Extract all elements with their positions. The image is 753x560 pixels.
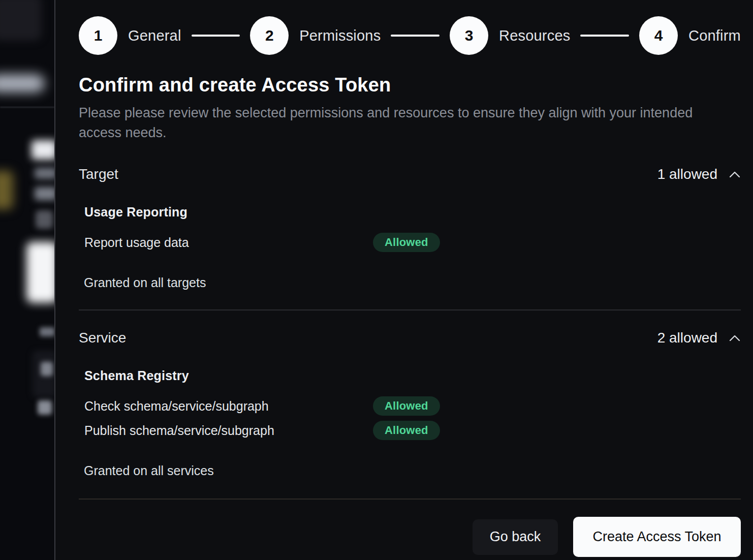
permission-row-report-usage-data: Report usage data Allowed	[84, 233, 741, 252]
service-allowed-count: 2 allowed	[657, 330, 717, 346]
section-target-header[interactable]: Target 1 allowed	[79, 166, 741, 182]
go-back-button[interactable]: Go back	[473, 519, 558, 555]
blurred-text-4	[41, 362, 53, 376]
group-title-usage-reporting: Usage Reporting	[84, 205, 741, 220]
create-access-token-button[interactable]: Create Access Token	[573, 517, 741, 557]
status-badge-allowed: Allowed	[373, 396, 440, 416]
background-app-blurred	[0, 0, 54, 560]
group-title-schema-registry: Schema Registry	[84, 368, 741, 383]
step-permissions-label: Permissions	[299, 27, 381, 44]
blurred-icon-tile	[36, 210, 53, 229]
target-allowed-count: 1 allowed	[657, 166, 717, 182]
step-general[interactable]: 1 General	[79, 16, 181, 55]
target-permission-rows: Report usage data Allowed	[84, 233, 741, 252]
step-resources[interactable]: 3 Resources	[450, 16, 570, 55]
blurred-divider	[0, 107, 54, 108]
step-general-label: General	[128, 27, 181, 44]
blurred-accent-blob	[0, 171, 13, 209]
permission-row-check-schema: Check schema/service/subgraph Allowed	[84, 396, 741, 416]
section-target-title: Target	[79, 166, 118, 182]
section-service-title: Service	[79, 330, 126, 346]
blurred-text-2	[35, 187, 54, 200]
section-target-summary: 1 allowed	[657, 166, 741, 182]
permission-label: Report usage data	[84, 235, 373, 250]
blurred-heading-text	[32, 140, 54, 160]
blurred-text-5	[38, 400, 52, 415]
step-resources-label: Resources	[499, 27, 570, 44]
step-permissions[interactable]: 2 Permissions	[250, 16, 381, 55]
stepper-connector-3	[580, 35, 629, 37]
section-divider	[79, 309, 741, 310]
footer-actions: Go back Create Access Token	[79, 517, 741, 557]
page-description: Please please review the selected permis…	[79, 103, 709, 143]
blurred-nav-label	[0, 74, 45, 92]
step-confirm-circle[interactable]: 4	[639, 16, 678, 55]
chevron-up-icon[interactable]	[729, 171, 741, 178]
stepper-connector-1	[192, 35, 240, 37]
service-granted-note: Granted on all services	[79, 463, 741, 478]
target-permission-group: Usage Reporting Report usage data Allowe…	[79, 205, 741, 252]
chevron-up-icon[interactable]	[729, 334, 741, 342]
step-general-circle[interactable]: 1	[79, 16, 117, 55]
create-access-token-modal: 1 General 2 Permissions 3 Resources 4 Co…	[54, 0, 753, 560]
service-permission-rows: Check schema/service/subgraph Allowed Pu…	[84, 396, 741, 440]
blurred-card	[0, 0, 42, 41]
step-confirm-label: Confirm	[688, 27, 741, 44]
target-granted-note: Granted on all targets	[79, 275, 741, 290]
blurred-text-1	[35, 168, 54, 179]
service-permission-group: Schema Registry Check schema/service/sub…	[79, 368, 741, 440]
step-permissions-circle[interactable]: 2	[250, 16, 289, 55]
step-resources-circle[interactable]: 3	[450, 16, 488, 55]
section-service-summary: 2 allowed	[657, 330, 741, 346]
stepper-connector-2	[391, 35, 440, 37]
screen: 1 General 2 Permissions 3 Resources 4 Co…	[0, 0, 753, 560]
permission-label: Publish schema/service/subgraph	[84, 423, 373, 438]
step-confirm[interactable]: 4 Confirm	[639, 16, 741, 55]
permission-row-publish-schema: Publish schema/service/subgraph Allowed	[84, 421, 741, 440]
blurred-white-card	[26, 242, 54, 303]
page-title: Confirm and create Access Token	[79, 74, 741, 96]
footer-divider	[79, 499, 741, 500]
status-badge-allowed: Allowed	[373, 421, 440, 440]
blurred-text-3	[40, 327, 54, 336]
permission-label: Check schema/service/subgraph	[84, 399, 373, 414]
wizard-stepper: 1 General 2 Permissions 3 Resources 4 Co…	[79, 16, 741, 55]
status-badge-allowed: Allowed	[373, 233, 440, 252]
section-service-header[interactable]: Service 2 allowed	[79, 330, 741, 346]
